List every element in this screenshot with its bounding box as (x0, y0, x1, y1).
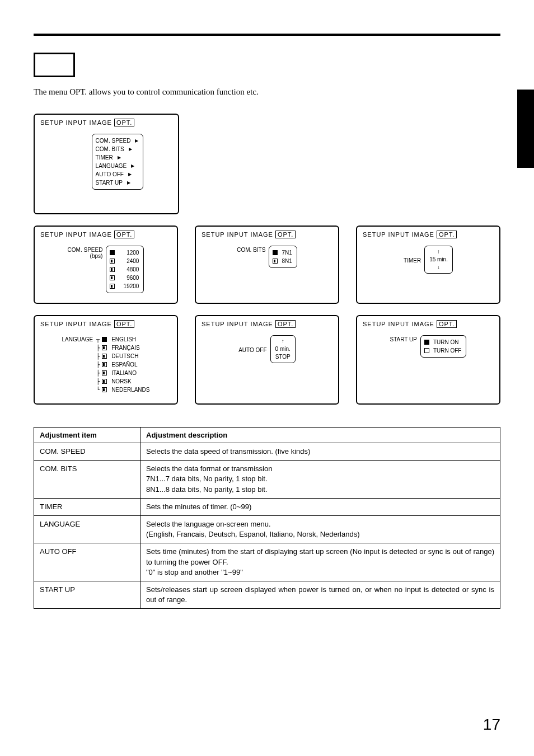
timer-value-box[interactable]: ↑ 15 min. ↓ (424, 246, 453, 274)
speed-opt-2400[interactable]: 2400 (110, 257, 139, 265)
menu-item-auto-off[interactable]: AUTO OFF (96, 170, 139, 179)
menu-item-start-up[interactable]: START UP (96, 179, 139, 187)
checkbox-icon (110, 250, 115, 255)
tree-icon: ├ (96, 369, 100, 377)
language-content: LANGUAGE ┬ENGLISH ├FRANÇAIS ├DEUTSCH ├ES… (40, 335, 171, 394)
tab-opt: OPT. (114, 320, 134, 328)
tree-icon: ├ (96, 360, 100, 369)
start-up-options: TURN ON TURN OFF (420, 335, 467, 358)
menu-item-language[interactable]: LANGUAGE (96, 162, 139, 170)
tab-image: IMAGE (411, 231, 434, 238)
cell-desc: Selects the data speed of transmission. … (140, 443, 500, 461)
tab-input: INPUT (66, 321, 87, 327)
lang-nederlands[interactable]: └NEDERLANDS (96, 386, 149, 394)
tree-icon: ├ (96, 377, 100, 386)
arrow-up-icon: ↑ (275, 337, 291, 345)
speed-opt-4800[interactable]: 4800 (110, 265, 139, 274)
checkbox-icon (110, 267, 115, 272)
table-row: AUTO OFF Sets time (minutes) from the st… (34, 543, 500, 581)
tab-image: IMAGE (89, 321, 111, 327)
lang-deutsch[interactable]: ├DEUTSCH (96, 352, 149, 360)
language-options: ┬ENGLISH ├FRANÇAIS ├DEUTSCH ├ESPAÑOL ├IT… (96, 335, 149, 394)
speed-opt-19200[interactable]: 19200 (110, 282, 139, 290)
checkbox-icon (102, 337, 107, 342)
tree-icon: ┬ (96, 335, 100, 344)
page-number: 17 (483, 716, 500, 734)
com-speed-options: 1200 2400 4800 9600 19200 (106, 246, 144, 293)
checkbox-icon (102, 362, 107, 367)
speed-opt-9600[interactable]: 9600 (110, 274, 139, 282)
startup-off[interactable]: TURN OFF (424, 346, 462, 355)
main-menu-content: COM. SPEED COM. BITS TIMER LANGUAGE AUTO… (40, 134, 172, 190)
cell-desc: Selects the language on-screen menu. (En… (140, 515, 500, 543)
tab-setup: SETUP (363, 321, 386, 327)
cell-item: COM. SPEED (34, 443, 140, 461)
tab-setup: SETUP (40, 231, 63, 238)
startup-on[interactable]: TURN ON (424, 338, 462, 346)
cell-item: TIMER (34, 498, 140, 515)
menu-tabs: SETUP INPUT IMAGE OPT. (202, 321, 332, 327)
lang-val: ESPAÑOL (111, 360, 138, 369)
lang-val: DEUTSCH (111, 352, 138, 360)
tab-setup: SETUP (202, 231, 224, 238)
lang-italiano[interactable]: ├ITALIANO (96, 369, 149, 377)
lang-norsk[interactable]: ├NORSK (96, 377, 149, 386)
tab-setup: SETUP (202, 321, 224, 327)
start-up-panel: SETUP INPUT IMAGE OPT. START UP TURN ON … (356, 315, 500, 405)
tab-input: INPUT (66, 231, 87, 238)
opt-section-box (34, 53, 75, 77)
checkbox-icon (102, 387, 107, 392)
speed-val: 19200 (119, 282, 139, 290)
lang-english[interactable]: ┬ENGLISH (96, 335, 149, 344)
speed-opt-1200[interactable]: 1200 (110, 248, 139, 257)
startup-val: TURN ON (433, 338, 459, 346)
table-row: START UP Sets/releases start up screen d… (34, 581, 500, 608)
checkbox-icon (273, 259, 278, 264)
auto-off-label: AUTO OFF (238, 346, 270, 353)
startup-val: TURN OFF (433, 346, 462, 355)
lang-val: FRANÇAIS (111, 344, 140, 352)
menu-item-com-speed[interactable]: COM. SPEED (96, 137, 139, 145)
tree-icon: └ (96, 386, 100, 394)
com-speed-label: COM. SPEED (bps) (68, 246, 106, 293)
menu-tabs: SETUP INPUT IMAGE OPT. (202, 231, 332, 238)
tab-setup: SETUP (40, 321, 63, 327)
menu-item-timer[interactable]: TIMER (96, 153, 139, 162)
tab-opt: OPT. (275, 231, 296, 238)
com-bits-content: COM. BITS 7N1 8N1 (202, 246, 332, 268)
language-label: LANGUAGE (62, 335, 97, 394)
auto-off-stop: STOP (275, 353, 291, 361)
tab-input: INPUT (66, 119, 87, 126)
timer-label: TIMER (404, 256, 424, 264)
lang-francais[interactable]: ├FRANÇAIS (96, 344, 149, 352)
tab-input: INPUT (388, 321, 410, 327)
menu-row-1: SETUP INPUT IMAGE OPT. COM. SPEED COM. B… (34, 114, 500, 214)
bits-opt-7n1[interactable]: 7N1 (273, 248, 292, 257)
bits-opt-8n1[interactable]: 8N1 (273, 257, 292, 265)
auto-off-box[interactable]: ↑ 0 min. STOP (270, 335, 296, 363)
table-header-item: Adjustment item (34, 428, 140, 443)
checkbox-icon (102, 354, 107, 359)
lang-espanol[interactable]: ├ESPAÑOL (96, 360, 149, 369)
main-menu-panel: SETUP INPUT IMAGE OPT. COM. SPEED COM. B… (34, 114, 179, 214)
lang-val: NORSK (111, 377, 132, 386)
checkbox-icon (102, 370, 107, 375)
main-menu-list: COM. SPEED COM. BITS TIMER LANGUAGE AUTO… (92, 134, 144, 190)
cell-desc: Sets time (minutes) from the start of di… (140, 543, 500, 581)
timer-content: TIMER ↑ 15 min. ↓ (363, 246, 494, 274)
bits-val: 7N1 (282, 248, 292, 257)
checkbox-icon (424, 348, 429, 353)
menu-item-com-bits[interactable]: COM. BITS (96, 145, 139, 153)
cell-desc: Sets the minutes of timer. (0~99) (140, 498, 500, 515)
table-row: COM. BITS Selects the data format or tra… (34, 461, 500, 499)
speed-val: 1200 (119, 248, 139, 257)
checkbox-icon (110, 284, 115, 289)
table-header-desc: Adjustment description (140, 428, 500, 443)
cell-item: LANGUAGE (34, 515, 140, 543)
tab-opt: OPT. (437, 231, 457, 238)
tab-image: IMAGE (89, 231, 111, 238)
cell-desc: Selects the data format or transmission … (140, 461, 500, 499)
arrow-up-icon: ↑ (429, 248, 448, 256)
auto-off-panel: SETUP INPUT IMAGE OPT. AUTO OFF ↑ 0 min.… (195, 315, 339, 405)
language-panel: SETUP INPUT IMAGE OPT. LANGUAGE ┬ENGLISH… (34, 315, 178, 405)
